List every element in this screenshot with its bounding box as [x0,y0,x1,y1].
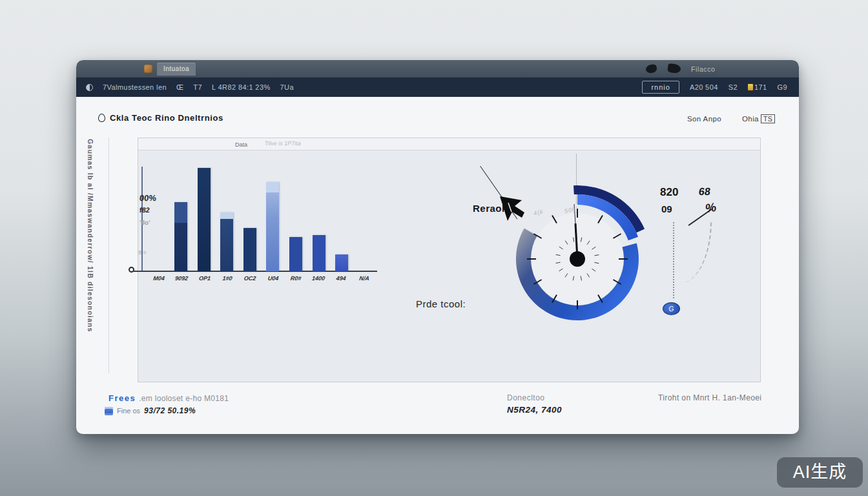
footer-left-strong: Frees [108,393,136,403]
y-tick-label: 9 ≈ [138,249,147,256]
gauge-value-3: 09 [661,203,672,214]
yellow-badge-icon [748,84,753,90]
panel-header-label: Data [235,141,247,148]
bar-OC2 [243,228,256,271]
footer-left-sub-value: 93/72 50.19% [144,406,196,415]
bar-1#0 [220,212,233,271]
window-tab[interactable]: Intuatoa [157,63,196,76]
titlebar-right-label: Filacco [691,65,715,73]
toolbar-right-item-0[interactable]: A20 504 [690,83,718,91]
footer-left-title: Frees.em looloset e-ho M0181 [108,393,229,403]
y-tick-label: 00% [139,193,157,203]
titlebar-bird-icon[interactable] [645,64,657,74]
x-tick-label: OP1 [198,275,211,282]
half-circle-icon [86,84,93,91]
bar-1400 [313,235,326,271]
header-link-2[interactable]: OhiaTS [742,115,775,123]
gauge-unit: % [704,200,717,216]
bar-cap [266,182,279,192]
gauge-value-2: 68 [698,186,711,198]
footer-mid-label: Donecltoo [507,393,545,402]
ai-watermark: AI生成 [777,457,863,488]
panel-header-note: Tilve is 1P7ita [264,140,301,147]
toolbar-right-item-3[interactable]: G9 [778,83,787,91]
gauge-center-dot [570,251,585,267]
x-tick-label: M04 [153,275,165,282]
toolbar-item-4[interactable]: 7Ua [280,83,294,91]
page-title-text: Ckla Teoc Rino Dneltrnios [110,113,223,123]
y-tick-label: f82 [139,206,150,214]
titlebar-bird2-icon[interactable] [667,63,681,74]
header-link-1[interactable]: Son Anpo [687,115,721,123]
toolbar: 7Valmustessen lenŒT7L 4R82 84:1 23%7Ua r… [76,78,799,97]
footer-left-rest: .em looloset e-ho M0181 [139,394,229,403]
x-tick-label: 1400 [312,275,326,282]
x-tick-label: 494 [336,275,346,282]
gauge-value-1: 820 [660,186,678,199]
bar-R0# [289,237,302,271]
drop-icon [98,114,105,122]
toolbar-item-0[interactable]: 7Valmustessen len [103,83,167,91]
sidebar-divider [108,138,109,373]
bar-U04 [266,182,279,271]
toolbar-item-3[interactable]: L 4R82 84:1 23% [212,83,271,91]
x-tick-label: 1#0 [222,275,232,282]
dashboard-panel: Data Tilve is 1P7ita 00%f82'8o'9 ≈ M0490… [138,138,761,382]
footer-left-sub-label: Fine os [117,407,140,415]
toolbar-right-item-2[interactable]: 171 [748,83,767,91]
toolbar-item-2[interactable]: T7 [193,83,202,91]
cursor-arrow-icon [499,196,528,230]
header-link-2-badge: TS [761,114,775,123]
gauge-caption: Prde tcool: [416,298,466,309]
app-window: Intuatoa Filacco 7Valmustessen lenŒT7L 4… [76,60,799,434]
sidebar-vertical-label: Gaumas Ib al /Mmaswanderrow/ 1lB dileson… [87,139,94,429]
tab-app-icon [144,65,152,73]
bar-OP1 [198,168,211,271]
legend-swatch-icon [105,407,113,415]
footer-left-sub: Fine os 93/72 50.19% [105,406,196,415]
x-tick-label: OC2 [243,275,256,282]
footer-right-text: Tiroht on Mnrt H. 1an-Meoei [658,393,761,402]
panel-header: Data Tilve is 1P7ita [138,138,760,150]
toolbar-button[interactable]: rnnio [642,81,679,94]
x-tick-label: U04 [267,275,279,282]
page-title: Ckla Teoc Rino Dneltrnios [98,113,223,123]
toolbar-right-item-1[interactable]: S2 [728,83,738,91]
titlebar: Intuatoa Filacco [76,60,799,78]
x-tick-label: R0# [290,275,302,282]
dotted-connector [673,222,674,298]
footer-mid-value: N5R24, 7400 [507,405,562,415]
gauge-badge[interactable]: G [663,302,680,315]
x-tick-label: N/A [358,275,369,282]
toolbar-item-1[interactable]: Œ [176,83,183,91]
bar-494 [335,254,348,271]
bar-cap [220,212,233,219]
y-tick-label: '8o' [139,219,150,226]
bar-9092 [174,202,187,271]
x-tick-label: 9092 [175,275,189,282]
dashed-connector [681,221,712,283]
header-link-2-text: Ohia [742,115,759,123]
